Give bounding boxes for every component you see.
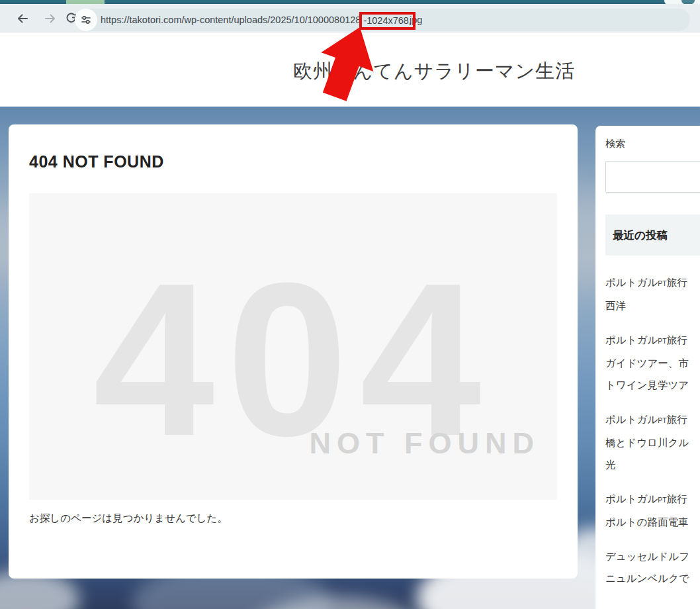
page-title: 404 NOT FOUND xyxy=(29,152,164,171)
recent-posts-list: ポルトガルPT旅行西洋ポルトガルPT旅行ガイドツアー、市トワイン見学ツアポルトガ… xyxy=(605,271,700,589)
not-found-message: お探しのページは見つかりませんでした。 xyxy=(29,512,228,526)
post-line: デュッセルドルフ xyxy=(605,545,700,567)
forward-arrow-icon xyxy=(43,11,58,26)
tune-sliders-icon xyxy=(80,14,92,26)
post-link[interactable]: ポルトガルPT旅行橋とドウロ川クル光 xyxy=(605,408,700,475)
post-line: 橋とドウロ川クル xyxy=(605,432,700,453)
url-highlighted-size-suffix: -1024x768. xyxy=(359,12,416,30)
search-input[interactable] xyxy=(605,161,700,193)
url-text[interactable]: https://takotori.com/wp-content/uploads/… xyxy=(101,9,422,31)
post-line: ポルトガルPT旅行 xyxy=(605,488,700,511)
content-card-404: 404 NOT FOUND 404 NOT FOUND お探しのページは見つかり… xyxy=(9,124,578,579)
404-not-found-caption: NOT FOUND xyxy=(310,426,540,461)
back-button[interactable] xyxy=(14,10,31,27)
search-label: 検索 xyxy=(605,138,700,150)
forward-button[interactable] xyxy=(42,10,59,27)
post-link[interactable]: デュッセルドルフニュルンベルクで xyxy=(605,545,700,589)
post-line: 西洋 xyxy=(605,295,700,316)
post-line: ポルトガルPT旅行 xyxy=(605,329,700,352)
post-line: 光 xyxy=(605,453,700,475)
back-arrow-icon xyxy=(15,11,30,26)
recent-posts-heading: 最近の投稿 xyxy=(605,214,700,256)
post-link[interactable]: ポルトガルPT旅行ポルトの路面電車 xyxy=(605,488,700,533)
browser-toolbar: https://takotori.com/wp-content/uploads/… xyxy=(0,4,700,32)
post-line: トワイン見学ツア xyxy=(605,374,700,396)
post-line: ポルトガルPT旅行 xyxy=(605,271,700,295)
post-line: ポルトの路面電車 xyxy=(605,511,700,533)
site-info-button[interactable] xyxy=(75,9,97,31)
sidebar: 検索 最近の投稿 ポルトガルPT旅行西洋ポルトガルPT旅行ガイドツアー、市トワイ… xyxy=(595,126,700,609)
post-link[interactable]: ポルトガルPT旅行ガイドツアー、市トワイン見学ツア xyxy=(605,329,700,396)
post-link[interactable]: ポルトガルPT旅行西洋 xyxy=(605,271,700,316)
post-line: ニュルンベルクで xyxy=(605,567,700,589)
site-header: 欧州てんてんサラリーマン生活 xyxy=(0,32,700,107)
url-prefix: https://takotori.com/wp-content/uploads/… xyxy=(101,15,361,25)
post-line: ポルトガルPT旅行 xyxy=(605,408,700,432)
site-title[interactable]: 欧州てんてんサラリーマン生活 xyxy=(293,58,575,85)
post-line: ガイドツアー、市 xyxy=(605,352,700,374)
404-graphic: 404 NOT FOUND xyxy=(29,193,557,500)
